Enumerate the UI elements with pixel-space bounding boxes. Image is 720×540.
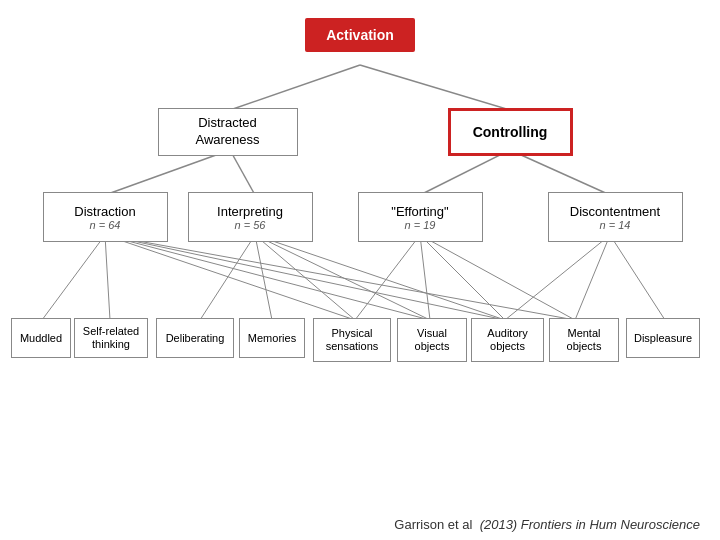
efforting-label: "Efforting" [391, 204, 448, 219]
deliberating-label: Deliberating [166, 332, 225, 344]
memories-label: Memories [248, 332, 296, 344]
distraction-n: n = 64 [90, 219, 121, 231]
svg-line-17 [355, 235, 420, 320]
mental-objects-node: Mentalobjects [548, 318, 620, 362]
displeasure-node: Displeasure [625, 318, 701, 358]
visual-objects-label: Visualobjects [415, 327, 450, 353]
svg-line-3 [230, 150, 255, 195]
svg-line-4 [420, 150, 510, 195]
displeasure-label: Displeasure [634, 332, 692, 344]
efforting-node: "Efforting" n = 19 [355, 192, 485, 242]
distracted-awareness-label: DistractedAwareness [195, 115, 259, 149]
auditory-objects-label: Auditoryobjects [487, 327, 527, 353]
svg-line-12 [105, 235, 505, 320]
svg-line-8 [200, 235, 255, 320]
self-related-label: Self-relatedthinking [83, 325, 139, 351]
activation-label: Activation [326, 27, 394, 43]
svg-line-11 [105, 235, 430, 320]
footer-author: Garrison et al [394, 517, 472, 532]
svg-line-9 [255, 235, 272, 320]
self-related-node: Self-relatedthinking [73, 318, 149, 358]
svg-line-13 [105, 235, 575, 320]
svg-line-15 [255, 235, 430, 320]
svg-line-0 [230, 65, 360, 110]
physical-sensations-label: Physicalsensations [326, 327, 379, 353]
footer: Garrison et al (2013) Frontiers in Hum N… [394, 517, 700, 532]
physical-sensations-node: Physicalsensations [312, 318, 392, 362]
efforting-n: n = 19 [405, 219, 436, 231]
distracted-awareness-node: DistractedAwareness [155, 108, 300, 156]
interpreting-label: Interpreting [217, 204, 283, 219]
svg-line-2 [105, 150, 230, 195]
svg-line-20 [420, 235, 575, 320]
muddled-label: Muddled [20, 332, 62, 344]
interpreting-n: n = 56 [235, 219, 266, 231]
visual-objects-node: Visualobjects [396, 318, 468, 362]
distraction-node: Distraction n = 64 [40, 192, 170, 242]
discontentment-n: n = 14 [600, 219, 631, 231]
muddled-node: Muddled [10, 318, 72, 358]
svg-line-1 [360, 65, 510, 110]
svg-line-23 [505, 235, 610, 320]
svg-line-10 [105, 235, 355, 320]
activation-node: Activation [300, 18, 420, 52]
controlling-node: Controlling [445, 108, 575, 156]
discontentment-node: Discontentment n = 14 [545, 192, 685, 242]
controlling-label: Controlling [473, 124, 548, 140]
svg-line-16 [255, 235, 505, 320]
footer-journal: (2013) Frontiers in Hum Neuroscience [480, 517, 700, 532]
svg-line-6 [42, 235, 105, 320]
discontentment-label: Discontentment [570, 204, 660, 219]
svg-line-18 [420, 235, 430, 320]
diagram-container: Activation DistractedAwareness Controlli… [0, 0, 720, 490]
deliberating-node: Deliberating [155, 318, 235, 358]
svg-line-5 [510, 150, 610, 195]
auditory-objects-node: Auditoryobjects [470, 318, 545, 362]
connector-lines [0, 0, 720, 490]
svg-line-7 [105, 235, 110, 320]
svg-line-19 [420, 235, 505, 320]
svg-line-22 [575, 235, 610, 320]
svg-line-21 [610, 235, 665, 320]
interpreting-node: Interpreting n = 56 [185, 192, 315, 242]
mental-objects-label: Mentalobjects [567, 327, 602, 353]
svg-line-14 [255, 235, 355, 320]
distraction-label: Distraction [74, 204, 135, 219]
memories-node: Memories [238, 318, 306, 358]
